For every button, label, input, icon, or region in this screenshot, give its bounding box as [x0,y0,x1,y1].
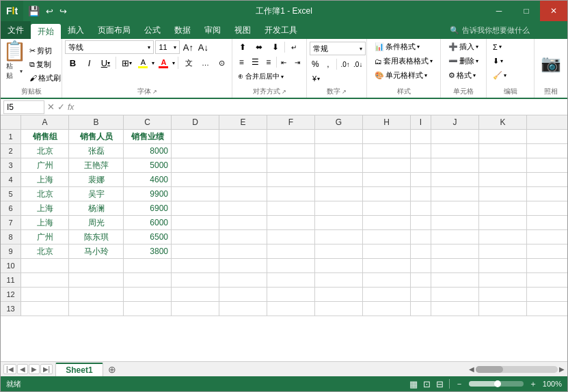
spreadsheet-cell[interactable] [172,288,219,301]
spreadsheet-cell[interactable] [315,173,363,186]
copy-button[interactable]: ⧉ 复制 [27,58,64,70]
spreadsheet-cell[interactable] [363,302,411,316]
spreadsheet-cell[interactable] [172,216,219,229]
spreadsheet-cell[interactable] [431,230,479,244]
col-header-K[interactable]: K [479,115,527,129]
indent-decrease-btn[interactable]: ⇤ [278,55,290,69]
spreadsheet-cell[interactable]: 吴宇 [69,187,124,201]
spreadsheet-cell[interactable]: 8000 [124,144,172,158]
spreadsheet-cell[interactable] [69,259,124,272]
spreadsheet-cell[interactable]: 周光 [69,216,124,229]
spreadsheet-cell[interactable] [21,259,69,272]
spreadsheet-cell[interactable] [172,302,219,316]
spreadsheet-cell[interactable] [431,201,479,215]
wrap-text-btn[interactable]: ↵ [286,40,301,54]
spreadsheet-cell[interactable] [363,158,411,172]
row-number[interactable]: 7 [1,216,21,229]
insert-function-icon[interactable]: fx [68,102,74,112]
decrease-font-btn[interactable]: A↓ [196,40,210,54]
spreadsheet-cell[interactable]: 北京 [21,187,69,201]
spreadsheet-cell[interactable] [267,216,315,229]
spreadsheet-cell[interactable] [124,259,172,272]
spreadsheet-cell[interactable] [431,288,479,301]
spreadsheet-cell[interactable] [363,216,411,229]
spreadsheet-cell[interactable]: 陈东琪 [69,230,124,244]
wen-button[interactable]: 文 [181,55,196,70]
row-number[interactable]: 2 [1,144,21,158]
extra-btn[interactable]: ⊙ [214,55,229,70]
increase-decimal-btn[interactable]: .0↑ [340,57,351,71]
fill-color-button[interactable]: A [135,55,150,70]
currency-btn[interactable]: ¥▾ [310,73,323,84]
spreadsheet-cell[interactable]: 张磊 [69,144,124,158]
spreadsheet-cell[interactable] [363,144,411,158]
spreadsheet-cell[interactable]: 上海 [21,216,69,229]
spreadsheet-cell[interactable] [411,288,431,301]
spreadsheet-cell[interactable] [219,144,267,158]
spreadsheet-cell[interactable] [315,244,363,258]
spreadsheet-cell[interactable] [363,259,411,272]
spreadsheet-cell[interactable] [479,173,527,186]
italic-button[interactable]: I [81,55,96,70]
spreadsheet-cell[interactable] [315,230,363,244]
sheet-scroll-next[interactable]: ▶ [29,364,40,374]
spreadsheet-cell[interactable]: 销售组 [21,130,69,143]
spreadsheet-cell[interactable] [267,230,315,244]
spreadsheet-cell[interactable] [411,244,431,258]
spreadsheet-cell[interactable] [479,273,527,287]
spreadsheet-cell[interactable] [363,187,411,201]
spreadsheet-cell[interactable] [219,201,267,215]
undo-quick-btn[interactable]: ↩ [44,5,55,18]
spreadsheet-cell[interactable] [69,302,124,316]
align-top-btn[interactable]: ⬆ [235,40,250,54]
row-number[interactable]: 1 [1,130,21,143]
spreadsheet-cell[interactable] [172,130,219,143]
spreadsheet-cell[interactable] [315,187,363,201]
more-font-btn[interactable]: … [198,55,213,70]
spreadsheet-cell[interactable] [479,259,527,272]
spreadsheet-cell[interactable] [267,273,315,287]
tab-home[interactable]: 开始 [31,24,61,39]
insert-cells-btn[interactable]: ➕插入▾ [444,40,483,53]
spreadsheet-cell[interactable] [411,144,431,158]
spreadsheet-cell[interactable] [363,244,411,258]
maximize-btn[interactable]: □ [513,1,540,21]
spreadsheet-cell[interactable]: 王艳萍 [69,158,124,172]
paste-button[interactable]: 📋 粘贴▾ [3,40,25,82]
spreadsheet-cell[interactable] [219,259,267,272]
spreadsheet-cell[interactable] [219,216,267,229]
spreadsheet-cell[interactable] [21,273,69,287]
spreadsheet-cell[interactable] [479,158,527,172]
spreadsheet-cell[interactable] [315,201,363,215]
spreadsheet-cell[interactable] [267,130,315,143]
percent-btn[interactable]: % [310,57,321,71]
align-left-btn[interactable]: ≡ [235,55,247,69]
sheet-scroll-first[interactable]: |◀ [3,364,16,374]
spreadsheet-cell[interactable] [431,216,479,229]
spreadsheet-cell[interactable] [219,173,267,186]
spreadsheet-cell[interactable] [21,302,69,316]
spreadsheet-cell[interactable] [411,173,431,186]
spreadsheet-cell[interactable] [219,158,267,172]
spreadsheet-cell[interactable] [172,201,219,215]
conditional-format-btn[interactable]: 📊条件格式▾ [371,40,436,53]
spreadsheet-cell[interactable] [172,158,219,172]
col-header-I[interactable]: I [411,115,431,129]
spreadsheet-cell[interactable] [411,230,431,244]
spreadsheet-cell[interactable] [219,288,267,301]
row-number[interactable]: 4 [1,173,21,186]
spreadsheet-cell[interactable]: 销售人员 [69,130,124,143]
spreadsheet-cell[interactable] [315,259,363,272]
spreadsheet-cell[interactable] [172,144,219,158]
spreadsheet-cell[interactable] [411,187,431,201]
close-btn[interactable]: ✕ [540,1,567,21]
spreadsheet-cell[interactable]: 马小玲 [69,244,124,258]
spreadsheet-cell[interactable]: 上海 [21,173,69,186]
sheet-scroll-last[interactable]: ▶| [40,364,53,374]
tab-page-layout[interactable]: 页面布局 [91,21,137,39]
spreadsheet-cell[interactable] [315,144,363,158]
spreadsheet-cell[interactable] [219,130,267,143]
sheet-tab-sheet1[interactable]: Sheet1 [55,363,103,376]
spreadsheet-cell[interactable] [431,302,479,316]
spreadsheet-cell[interactable]: 裴娜 [69,173,124,186]
